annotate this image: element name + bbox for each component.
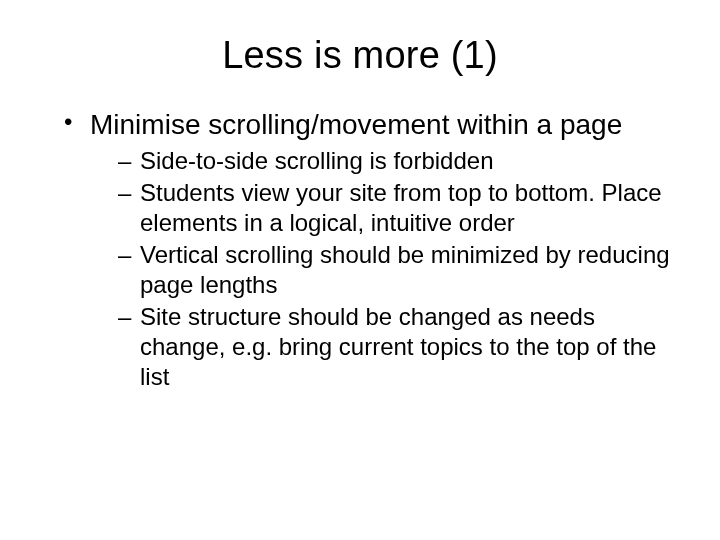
sub-bullet-text: Site structure should be changed as need…: [140, 303, 656, 390]
bullet-list-level-1: Minimise scrolling/movement within a pag…: [40, 107, 680, 392]
sub-bullet-text: Vertical scrolling should be minimized b…: [140, 241, 670, 298]
slide-title: Less is more (1): [40, 34, 680, 77]
bullet-list-level-2: Side-to-side scrolling is forbidden Stud…: [90, 146, 680, 392]
sub-bullet-text: Side-to-side scrolling is forbidden: [140, 147, 494, 174]
sub-bullet-item: Site structure should be changed as need…: [118, 302, 680, 392]
bullet-item: Minimise scrolling/movement within a pag…: [68, 107, 680, 392]
slide: Less is more (1) Minimise scrolling/move…: [0, 0, 720, 540]
sub-bullet-text: Students view your site from top to bott…: [140, 179, 662, 236]
sub-bullet-item: Vertical scrolling should be minimized b…: [118, 240, 680, 300]
sub-bullet-item: Side-to-side scrolling is forbidden: [118, 146, 680, 176]
sub-bullet-item: Students view your site from top to bott…: [118, 178, 680, 238]
bullet-text: Minimise scrolling/movement within a pag…: [90, 109, 622, 140]
